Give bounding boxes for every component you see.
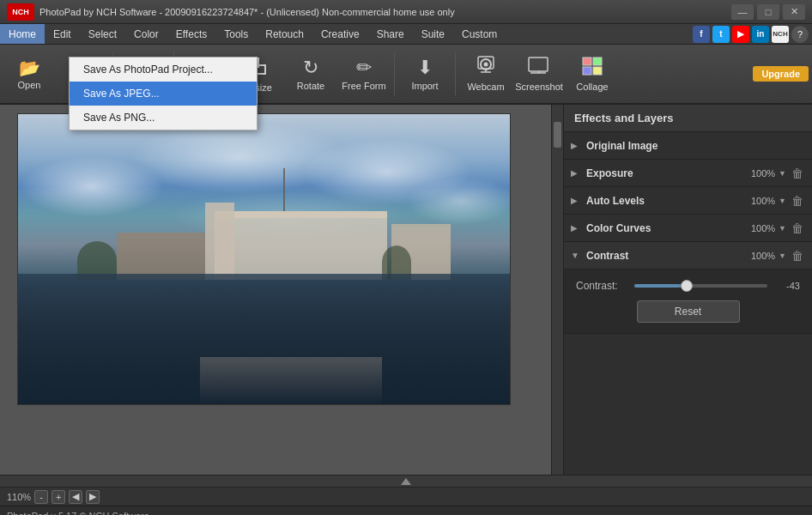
contrast-slider-fill	[634, 284, 681, 288]
contrast-pct-arrow[interactable]: ▼	[779, 251, 786, 260]
linkedin-icon[interactable]: in	[752, 26, 769, 43]
effects-panel-title: Effects and Layers	[564, 105, 812, 132]
menu-item-home[interactable]: Home	[0, 24, 45, 44]
contrast-slider-value: -43	[774, 281, 800, 291]
effect-row-original[interactable]: ▶ Original Image	[564, 132, 812, 160]
freeform-button[interactable]: ✏ Free Form	[338, 47, 390, 100]
effects-panel: Effects and Layers ▶ Original Image ▶ Ex…	[563, 105, 812, 475]
twitter-icon[interactable]: t	[712, 26, 730, 43]
scrollbar-thumb-v[interactable]	[554, 122, 561, 148]
svg-rect-18	[583, 67, 591, 75]
open-icon: 📂	[19, 58, 40, 78]
menu-item-color[interactable]: Color	[125, 24, 167, 44]
menu-item-tools[interactable]: Tools	[215, 24, 257, 44]
menu-item-effects[interactable]: Effects	[167, 24, 215, 44]
screenshot-button[interactable]: Screenshot	[513, 47, 565, 100]
screenshot-label: Screenshot	[515, 82, 563, 92]
svg-rect-16	[583, 58, 591, 65]
screenshot-icon	[528, 57, 550, 80]
exposure-pct-arrow[interactable]: ▼	[779, 169, 786, 178]
upgrade-button[interactable]: Upgrade	[753, 66, 809, 82]
contrast-slider-label: Contrast:	[576, 280, 627, 292]
collage-icon	[582, 57, 603, 80]
svg-rect-19	[593, 67, 602, 75]
zoom-level: 110%	[7, 492, 31, 502]
menu-item-select[interactable]: Select	[80, 24, 125, 44]
open-button[interactable]: 📂 Open	[3, 47, 55, 100]
contrast-arrow: ▼	[571, 251, 581, 260]
contrast-slider-thumb[interactable]	[681, 280, 693, 292]
exposure-delete[interactable]: 🗑	[790, 167, 805, 180]
window-title: PhotoPad by NCH Software - 2009091622372…	[39, 7, 455, 17]
upgrade-section: Upgrade	[746, 66, 809, 82]
scroll-left-button[interactable]: ◀	[69, 490, 82, 504]
autolevels-delete[interactable]: 🗑	[790, 194, 805, 208]
scroll-right-button[interactable]: ▶	[86, 490, 100, 504]
freeform-label: Free Form	[342, 81, 385, 91]
original-arrow: ▶	[571, 141, 581, 150]
import-label: Import	[411, 81, 438, 91]
webcam-label: Webcam	[467, 82, 504, 92]
save-jpeg-item[interactable]: Save As JPEG...	[70, 82, 257, 106]
menu-item-creative[interactable]: Creative	[312, 24, 368, 44]
import-button[interactable]: ⬇ Import	[399, 47, 451, 100]
exposure-pct: 100%	[751, 168, 775, 179]
zoom-plus-button[interactable]: +	[52, 490, 65, 504]
contrast-settings: Contrast: -43 Reset	[564, 270, 812, 334]
freeform-icon: ✏	[356, 57, 372, 79]
rotate-label: Rotate	[297, 81, 324, 91]
window-controls: — □ ✕	[731, 4, 805, 20]
menu-item-suite[interactable]: Suite	[413, 24, 453, 44]
effect-row-autolevels[interactable]: ▶ Auto Levels 100% ▼ 🗑	[564, 187, 812, 215]
menu-item-retouch[interactable]: Retouch	[257, 24, 312, 44]
image-container	[17, 113, 511, 405]
toolbar-sep-3	[394, 52, 395, 95]
status-bar: 110% - + ◀ ▶	[0, 487, 812, 506]
menu-item-edit[interactable]: Edit	[45, 24, 80, 44]
water-reflection	[200, 357, 382, 404]
zoom-controls: 110% - + ◀ ▶	[7, 490, 100, 504]
facebook-icon[interactable]: f	[693, 26, 710, 43]
colorcurves-pct: 100%	[751, 223, 775, 233]
effect-row-exposure[interactable]: ▶ Exposure 100% ▼ 🗑	[564, 160, 812, 187]
close-button[interactable]: ✕	[783, 4, 805, 20]
collage-label: Collage	[576, 82, 608, 92]
app-logo: NCH	[7, 3, 34, 21]
menu-item-custom[interactable]: Custom	[453, 24, 506, 44]
autolevels-label: Auto Levels	[586, 195, 751, 207]
reset-button[interactable]: Reset	[637, 300, 740, 323]
original-label: Original Image	[586, 140, 805, 152]
canvas-scroll-bar[interactable]	[0, 475, 812, 487]
rotate-button[interactable]: ↻ Rotate	[285, 47, 336, 100]
minimize-button[interactable]: —	[731, 4, 754, 20]
colorcurves-pct-arrow[interactable]: ▼	[779, 224, 786, 233]
vertical-scrollbar[interactable]	[551, 105, 563, 475]
scroll-up-triangle[interactable]	[401, 478, 411, 485]
autolevels-pct: 100%	[751, 196, 775, 206]
rotate-icon: ↻	[303, 57, 318, 79]
effect-row-contrast[interactable]: ▼ Contrast 100% ▼ 🗑	[564, 242, 812, 270]
exposure-arrow: ▶	[571, 168, 581, 178]
youtube-icon[interactable]: ▶	[732, 26, 749, 43]
save-photopad-item[interactable]: Save As PhotoPad Project...	[70, 58, 257, 82]
save-png-item[interactable]: Save As PNG...	[70, 106, 257, 130]
canvas-area[interactable]	[0, 105, 563, 475]
maximize-button[interactable]: □	[757, 4, 779, 20]
svg-rect-17	[593, 58, 602, 65]
colorcurves-delete[interactable]: 🗑	[790, 221, 805, 235]
import-icon: ⬇	[417, 57, 433, 79]
collage-button[interactable]: Collage	[567, 47, 618, 100]
help-icon[interactable]: ?	[791, 26, 809, 43]
nch-icon[interactable]: NCH	[772, 26, 789, 43]
zoom-minus-button[interactable]: -	[34, 490, 48, 504]
webcam-button[interactable]: Webcam	[460, 47, 512, 100]
contrast-slider-row: Contrast: -43	[576, 280, 800, 292]
footer-text: PhotoPad v 5.17 © NCH Software	[7, 511, 149, 516]
photo-canvas	[17, 113, 511, 405]
menu-item-share[interactable]: Share	[368, 24, 413, 44]
contrast-slider-track[interactable]	[634, 284, 767, 288]
save-dropdown-menu: Save As PhotoPad Project... Save As JPEG…	[69, 57, 258, 130]
contrast-delete[interactable]: 🗑	[790, 249, 805, 263]
autolevels-pct-arrow[interactable]: ▼	[779, 197, 786, 205]
effect-row-colorcurves[interactable]: ▶ Color Curves 100% ▼ 🗑	[564, 215, 812, 242]
